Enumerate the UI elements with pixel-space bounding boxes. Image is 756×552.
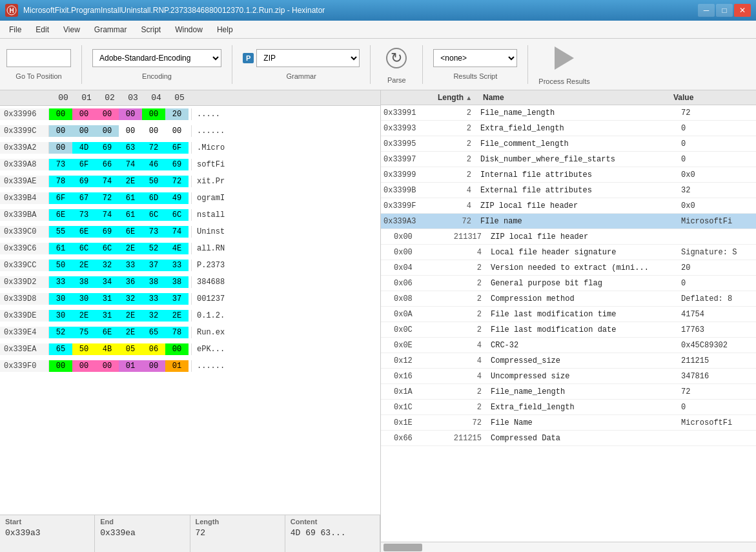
hex-byte[interactable]: 69 [165, 159, 189, 170]
hex-byte[interactable]: 75 [72, 327, 96, 338]
hex-byte[interactable]: 6C [96, 243, 119, 254]
hex-byte[interactable]: 00 [72, 125, 96, 137]
table-row[interactable]: 0x004Local file header signatureSignatur… [381, 245, 756, 260]
hex-byte[interactable]: 6F [49, 192, 72, 204]
minimize-button[interactable]: ─ [698, 4, 715, 17]
menu-item-help[interactable]: Help [210, 23, 240, 37]
hex-byte[interactable]: 78 [165, 327, 189, 338]
hex-byte[interactable]: 78 [49, 176, 72, 187]
maximize-button[interactable]: □ [716, 4, 733, 17]
hex-byte[interactable]: 2E [119, 243, 142, 254]
hex-byte[interactable]: 01 [119, 360, 142, 372]
horizontal-scrollbar-thumb[interactable] [383, 544, 422, 551]
table-row[interactable]: 0x0E4CRC-320x45C89302 [381, 338, 756, 353]
table-row[interactable]: 0x339992Internal file attributes0x0 [381, 167, 756, 183]
table-row[interactable]: 0x062General purpose bit flag0 [381, 276, 756, 291]
hex-byte[interactable]: 6F [165, 142, 189, 154]
hex-byte[interactable]: 73 [49, 159, 72, 170]
hex-byte[interactable]: 72 [96, 192, 119, 204]
hex-byte[interactable]: 50 [142, 176, 165, 187]
menu-item-file[interactable]: File [3, 23, 28, 37]
right-panel-body[interactable]: 0x339912File_name_length720x339932Extra_… [381, 105, 756, 542]
hex-byte[interactable]: 2E [119, 327, 142, 338]
hex-byte[interactable]: 74 [96, 209, 119, 221]
hex-byte[interactable]: 32 [119, 293, 142, 305]
table-row[interactable]: 0x1C2Extra_field_length0 [381, 400, 756, 415]
hex-byte[interactable]: 33 [165, 260, 189, 271]
hex-byte[interactable]: 00 [72, 108, 96, 120]
hex-byte[interactable]: 00 [96, 108, 119, 120]
hex-byte[interactable]: 61 [119, 192, 142, 204]
table-row[interactable]: 0x00211317ZIP local file header [381, 229, 756, 245]
results-script-select[interactable]: <none> [433, 49, 517, 67]
hex-byte[interactable]: 69 [96, 226, 119, 238]
hex-byte[interactable]: 36 [119, 276, 142, 288]
hex-byte[interactable]: 00 [49, 108, 72, 120]
hex-byte[interactable]: 38 [165, 276, 189, 288]
hex-byte[interactable]: 33 [49, 276, 72, 288]
hex-byte[interactable]: 65 [49, 343, 72, 355]
hex-byte[interactable]: 00 [142, 108, 165, 120]
hex-byte[interactable]: 52 [49, 327, 72, 338]
hex-byte[interactable]: 55 [49, 226, 72, 238]
table-row[interactable]: 0x339912File_name_length72 [381, 105, 756, 121]
hex-byte[interactable]: 00 [142, 125, 165, 137]
hex-body[interactable]: 0x33996000000000020.....0x3399C000000000… [0, 106, 380, 515]
hex-byte[interactable]: 6C [165, 209, 189, 221]
menu-item-script[interactable]: Script [135, 23, 168, 37]
hex-byte[interactable]: 73 [72, 209, 96, 221]
hex-byte[interactable]: 00 [96, 360, 119, 372]
hex-byte[interactable]: 52 [142, 243, 165, 254]
table-row[interactable]: 0x0C2File last modification date17763 [381, 322, 756, 338]
hex-byte[interactable]: 50 [49, 260, 72, 271]
hex-byte[interactable]: 38 [142, 276, 165, 288]
hex-byte[interactable]: 2E [72, 310, 96, 322]
hex-byte[interactable]: 72 [165, 176, 189, 187]
menu-item-grammar[interactable]: Grammar [88, 23, 134, 37]
hex-byte[interactable]: 00 [49, 142, 72, 154]
hex-byte[interactable]: 30 [49, 293, 72, 305]
hex-byte[interactable]: 32 [142, 310, 165, 322]
hex-byte[interactable]: 33 [119, 260, 142, 271]
parse-button[interactable]: ↻ [381, 45, 412, 71]
right-panel-scrollbar[interactable] [381, 542, 756, 552]
hex-byte[interactable]: 05 [119, 343, 142, 355]
hex-byte[interactable]: 20 [165, 108, 189, 120]
hex-byte[interactable]: 49 [165, 192, 189, 204]
table-row[interactable]: 0x339A372FIle nameMicrosoftFi [381, 214, 756, 229]
hex-byte[interactable]: 6C [142, 209, 165, 221]
hex-byte[interactable]: 74 [119, 159, 142, 170]
hex-byte[interactable]: 4D [72, 142, 96, 154]
hex-byte[interactable]: 01 [165, 360, 189, 372]
hex-byte[interactable]: 46 [142, 159, 165, 170]
table-row[interactable]: 0x1E72File NameMicrosoftFi [381, 415, 756, 431]
hex-byte[interactable]: 6E [72, 226, 96, 238]
hex-byte[interactable]: 00 [49, 360, 72, 372]
table-row[interactable]: 0x124Compressed_size211215 [381, 353, 756, 369]
hex-byte[interactable]: 6E [119, 226, 142, 238]
hex-byte[interactable]: 31 [96, 310, 119, 322]
hex-byte[interactable]: 00 [142, 360, 165, 372]
hex-byte[interactable]: 00 [165, 125, 189, 137]
encoding-select[interactable]: Adobe-Standard-Encoding [92, 49, 221, 67]
table-row[interactable]: 0x66211215Compressed Data [381, 431, 756, 446]
hex-byte[interactable]: 66 [96, 159, 119, 170]
hex-byte[interactable]: 2E [119, 310, 142, 322]
table-row[interactable]: 0x339932Extra_field_length0 [381, 121, 756, 136]
menu-item-edit[interactable]: Edit [29, 23, 56, 37]
grammar-select[interactable]: ZIP [256, 49, 360, 67]
table-row[interactable]: 0x0A2File last modification time41754 [381, 307, 756, 322]
hex-byte[interactable]: 61 [119, 209, 142, 221]
hex-byte[interactable]: 61 [49, 243, 72, 254]
hex-byte[interactable]: 30 [72, 293, 96, 305]
table-row[interactable]: 0x042Version needed to extract (mini...2… [381, 260, 756, 276]
hex-byte[interactable]: 2E [165, 310, 189, 322]
hex-byte[interactable]: 69 [72, 176, 96, 187]
hex-byte[interactable]: 00 [165, 343, 189, 355]
hex-byte[interactable]: 72 [142, 142, 165, 154]
hex-byte[interactable]: 33 [142, 293, 165, 305]
table-row[interactable]: 0x339952File_comment_length0 [381, 136, 756, 152]
hex-byte[interactable]: 63 [119, 142, 142, 154]
table-row[interactable]: 0x082Compression methodDeflated: 8 [381, 291, 756, 307]
process-results-button[interactable] [549, 44, 579, 72]
